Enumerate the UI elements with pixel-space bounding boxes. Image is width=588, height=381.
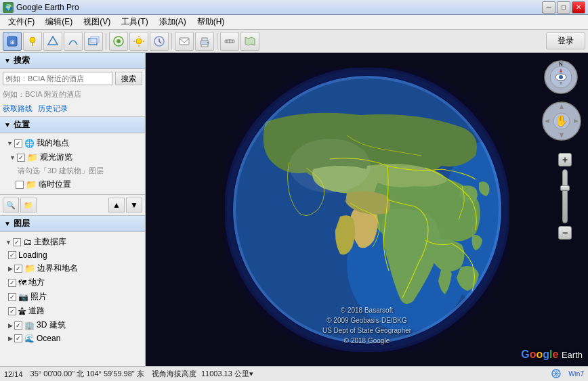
svg-rect-15 — [180, 38, 189, 45]
my-places-row[interactable]: ▼ 🌐 我的地点 — [4, 136, 141, 150]
ocean-row[interactable]: ▶ 🌊 Ocean — [3, 332, 142, 344]
globe-view-button[interactable]: ⊞ — [3, 32, 22, 51]
print-button[interactable] — [195, 32, 214, 51]
search-button[interactable]: 搜索 — [115, 72, 142, 85]
borders-folder-icon: 📁 — [24, 263, 35, 273]
history-link[interactable]: 历史记录 — [38, 104, 68, 114]
local-checkbox[interactable] — [8, 279, 16, 287]
loading-row[interactable]: Loading — [3, 249, 142, 261]
nav-buttons-row: 🔍 📁 ▲ ▼ — [0, 195, 145, 216]
zoom-out-button[interactable]: − — [558, 226, 572, 240]
status-elevation: 11003.13 公里▾ — [201, 369, 253, 379]
borders-row[interactable]: ▶ 📁 边界和地名 — [3, 261, 142, 275]
roads-label: 道路 — [28, 305, 45, 317]
magnify-button[interactable]: 🔍 — [3, 198, 19, 212]
compass-widget[interactable]: N — [543, 60, 579, 95]
search-input[interactable] — [3, 72, 112, 85]
roads-icon: 🛣 — [18, 307, 26, 316]
buildings-expand-icon: ▶ — [8, 322, 13, 329]
zoom-in-button[interactable]: + — [558, 153, 572, 166]
layers-header-label: 图层 — [14, 218, 30, 229]
search-section-header[interactable]: ▼ 搜索 — [0, 53, 145, 69]
my-places-checkbox[interactable] — [14, 139, 22, 148]
maximize-button[interactable]: □ — [557, 1, 570, 14]
menu-view[interactable]: 视图(V) — [78, 15, 116, 29]
sightseeing-row[interactable]: ▼ 📁 观光游览 — [4, 150, 141, 164]
main-db-label: 主数据库 — [34, 236, 66, 248]
login-button[interactable]: 登录 — [546, 32, 585, 49]
path-button[interactable] — [64, 32, 83, 51]
search-row: 搜索 — [3, 72, 142, 85]
titlebar: 🌍 Google Earth Pro ─ □ ✕ — [0, 0, 588, 15]
status-separator-3 — [198, 370, 200, 378]
close-button[interactable]: ✕ — [572, 1, 585, 14]
svg-point-33 — [289, 139, 371, 193]
ocean-label: Ocean — [37, 334, 60, 343]
pan-widget[interactable]: ✋ — [541, 100, 583, 142]
minimize-button[interactable]: ─ — [542, 1, 555, 14]
status-coords: 35° 00'00.00" 北 104° 59'59.98" 东 — [30, 369, 144, 379]
sightseeing-label: 观光游览 — [40, 152, 72, 163]
main-db-row[interactable]: ▼ 🗂 主数据库 — [3, 235, 142, 249]
app-icon: 🌍 — [3, 2, 14, 13]
sightseeing-checkbox[interactable] — [17, 154, 25, 162]
ocean-checkbox[interactable] — [14, 334, 22, 342]
roads-row[interactable]: 🛣 道路 — [3, 304, 142, 318]
map-area[interactable]: N ✋ + — [146, 53, 588, 366]
placemark-button[interactable] — [23, 32, 42, 51]
main-db-checkbox[interactable] — [13, 238, 21, 246]
measure-button[interactable] — [220, 32, 239, 51]
temp-checkbox[interactable] — [16, 181, 24, 189]
email-button[interactable] — [175, 32, 194, 51]
nav-folder-button[interactable]: 📁 — [20, 198, 37, 212]
sightseeing-expand-icon: ▼ — [9, 154, 16, 161]
local-row[interactable]: 🗺 地方 — [3, 275, 142, 290]
photos-checkbox[interactable] — [8, 293, 16, 301]
menu-edit[interactable]: 编辑(E) — [40, 15, 78, 29]
loading-checkbox[interactable] — [8, 251, 16, 259]
search-links: 获取路线 历史记录 — [3, 104, 142, 114]
buildings-row[interactable]: ▶ 🏢 3D 建筑 — [3, 318, 142, 332]
svg-point-2 — [30, 37, 35, 43]
sightseeing-folder-icon: 📁 — [27, 152, 38, 162]
menu-tools[interactable]: 工具(T) — [116, 15, 153, 29]
places-section-header[interactable]: ▼ 位置 — [0, 117, 145, 133]
places-arrow-icon: ▼ — [4, 121, 11, 129]
photos-row[interactable]: 📷 照片 — [3, 290, 142, 304]
borders-checkbox[interactable] — [14, 265, 22, 273]
overlay-button[interactable] — [84, 32, 103, 51]
temp-location-row[interactable]: ▶ 📁 临时位置 — [4, 177, 141, 192]
local-label: 地方 — [28, 277, 45, 288]
map-attribution: © 2018 Basarsoft © 2009 Geobasis-DE/BKG … — [322, 305, 411, 346]
tour-button[interactable] — [109, 32, 128, 51]
separator-1 — [106, 33, 106, 49]
zoom-slider-thumb — [560, 185, 570, 191]
layers-section-header[interactable]: ▼ 图层 — [0, 216, 145, 232]
photos-icon: 📷 — [18, 292, 28, 302]
menu-help[interactable]: 帮助(H) — [192, 15, 230, 29]
history-button[interactable] — [150, 32, 169, 51]
nav-down-button[interactable]: ▼ — [126, 198, 142, 212]
nav-up-button[interactable]: ▲ — [108, 198, 125, 212]
roads-checkbox[interactable] — [8, 307, 16, 315]
places-tree: ▼ 🌐 我的地点 ▼ 📁 观光游览 请勾选「3D 建筑物」图层 — [0, 133, 145, 194]
svg-text:N: N — [559, 61, 563, 67]
sun-button[interactable] — [129, 32, 148, 51]
window-controls: ─ □ ✕ — [542, 1, 585, 14]
ocean-expand-icon: ▶ — [8, 335, 13, 342]
win7-logo: Win7 — [551, 368, 584, 380]
google-earth-logo: Google Earth — [521, 349, 583, 361]
menu-file[interactable]: 文件(F) — [3, 15, 40, 29]
buildings-checkbox[interactable] — [14, 321, 22, 330]
loading-label: Loading — [18, 250, 47, 260]
temp-label: 临时位置 — [39, 179, 71, 190]
status-separator-2 — [147, 370, 149, 378]
get-directions-link[interactable]: 获取路线 — [3, 104, 33, 114]
window-title: Google Earth Pro — [16, 3, 542, 12]
menu-add[interactable]: 添加(A) — [154, 15, 192, 29]
zoom-slider[interactable] — [562, 169, 568, 223]
search-area: 搜索 例如：BCIA 附近的酒店 获取路线 历史记录 — [0, 69, 145, 117]
map-button[interactable] — [240, 32, 259, 51]
polygon-button[interactable] — [43, 32, 62, 51]
status-elevation-label: 视角海拔高度 — [152, 369, 196, 379]
